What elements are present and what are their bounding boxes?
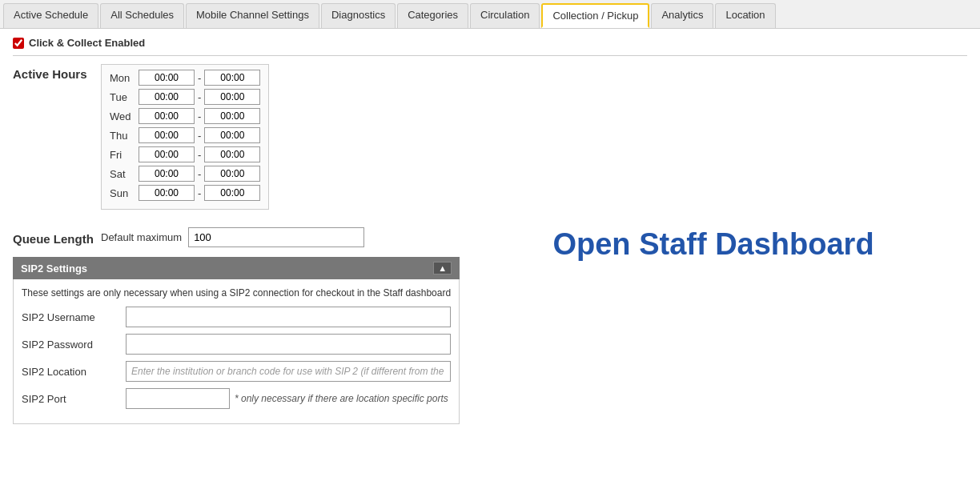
active-hours-title: Active Hours — [13, 64, 101, 81]
hours-box: Mon-Tue-Wed-Thu-Fri-Sat-Sun- — [101, 64, 269, 210]
day-label-sat: Sat — [110, 168, 139, 180]
tab-categories[interactable]: Categories — [397, 3, 468, 28]
time-start-sat[interactable] — [139, 166, 195, 182]
sip2-password-label: SIP2 Password — [22, 339, 126, 351]
queue-value-input[interactable] — [188, 227, 364, 247]
sip2-header: SIP2 Settings ▲ — [13, 257, 460, 279]
tab-circulation[interactable]: Circulation — [470, 3, 540, 28]
time-dash-fri: - — [198, 149, 201, 161]
time-dash-tue: - — [198, 91, 201, 103]
tab-diagnostics[interactable]: Diagnostics — [321, 3, 396, 28]
queue-length-content: Default maximum — [101, 227, 460, 247]
tab-active-schedule[interactable]: Active Schedule — [3, 3, 98, 28]
hours-row-mon: Mon- — [110, 70, 260, 86]
active-hours-section: Active Hours Mon-Tue-Wed-Thu-Fri-Sat-Sun… — [13, 64, 460, 222]
main-layout: Active Hours Mon-Tue-Wed-Thu-Fri-Sat-Sun… — [13, 64, 967, 424]
day-label-mon: Mon — [110, 72, 139, 84]
time-dash-sun: - — [198, 187, 201, 199]
sip2-collapse-icon[interactable]: ▲ — [433, 262, 452, 275]
day-label-wed: Wed — [110, 110, 139, 122]
sip2-location-row: SIP2 Location — [22, 361, 451, 382]
sip2-port-label: SIP2 Port — [22, 393, 126, 405]
sip2-port-row: SIP2 Port * only necessary if there are … — [22, 388, 451, 409]
sip2-username-label: SIP2 Username — [22, 311, 126, 323]
sip2-note: These settings are only necessary when u… — [22, 287, 451, 299]
day-label-tue: Tue — [110, 91, 139, 103]
sip2-location-label: SIP2 Location — [22, 366, 126, 378]
day-label-sun: Sun — [110, 187, 139, 199]
sip2-body: These settings are only necessary when u… — [13, 279, 460, 424]
click-collect-checkbox[interactable] — [13, 38, 24, 49]
queue-length-title: Queue Length — [13, 229, 101, 246]
tab-analytics[interactable]: Analytics — [651, 3, 713, 28]
tab-bar: Active ScheduleAll SchedulesMobile Chann… — [0, 0, 980, 29]
sip2-location-input[interactable] — [126, 361, 451, 382]
sip2-password-row: SIP2 Password — [22, 334, 451, 355]
time-dash-mon: - — [198, 72, 201, 84]
click-collect-label: Click & Collect Enabled — [29, 37, 145, 49]
time-dash-thu: - — [198, 130, 201, 142]
hours-row-tue: Tue- — [110, 89, 260, 105]
time-end-fri[interactable] — [204, 146, 260, 162]
time-start-wed[interactable] — [139, 108, 195, 124]
time-end-wed[interactable] — [204, 108, 260, 124]
queue-inner: Default maximum — [101, 227, 460, 247]
hours-row-thu: Thu- — [110, 127, 260, 143]
dashboard-title: Open Staff Dashboard — [552, 227, 874, 262]
queue-length-section: Queue Length Default maximum — [13, 227, 460, 247]
time-start-fri[interactable] — [139, 146, 195, 162]
tab-mobile-channel-settings[interactable]: Mobile Channel Settings — [186, 3, 319, 28]
right-panel: Open Staff Dashboard — [460, 64, 967, 424]
time-end-mon[interactable] — [204, 70, 260, 86]
hours-row-sat: Sat- — [110, 166, 260, 182]
left-panel: Active Hours Mon-Tue-Wed-Thu-Fri-Sat-Sun… — [13, 64, 460, 424]
time-start-tue[interactable] — [139, 89, 195, 105]
click-collect-row: Click & Collect Enabled — [13, 37, 967, 56]
time-end-sat[interactable] — [204, 166, 260, 182]
day-label-thu: Thu — [110, 130, 139, 142]
time-end-sun[interactable] — [204, 185, 260, 201]
hours-row-sun: Sun- — [110, 185, 260, 201]
time-end-thu[interactable] — [204, 127, 260, 143]
sip2-password-input[interactable] — [126, 334, 451, 355]
sip2-header-title: SIP2 Settings — [21, 263, 87, 275]
time-start-sun[interactable] — [139, 185, 195, 201]
time-start-mon[interactable] — [139, 70, 195, 86]
sip2-username-row: SIP2 Username — [22, 307, 451, 327]
sip2-port-note: * only necessary if there are location s… — [235, 393, 448, 404]
hours-row-wed: Wed- — [110, 108, 260, 124]
time-end-tue[interactable] — [204, 89, 260, 105]
time-dash-wed: - — [198, 110, 201, 122]
tab-location[interactable]: Location — [715, 3, 775, 28]
sip2-port-input[interactable] — [126, 388, 230, 409]
time-dash-sat: - — [198, 168, 201, 180]
sip2-username-input[interactable] — [126, 307, 451, 327]
content-area: Click & Collect Enabled Active Hours Mon… — [0, 29, 980, 432]
tab-all-schedules[interactable]: All Schedules — [100, 3, 184, 28]
day-label-fri: Fri — [110, 149, 139, 161]
time-start-thu[interactable] — [139, 127, 195, 143]
hours-row-fri: Fri- — [110, 146, 260, 162]
sip2-section: SIP2 Settings ▲ These settings are only … — [13, 257, 460, 424]
active-hours-content: Mon-Tue-Wed-Thu-Fri-Sat-Sun- — [101, 64, 460, 222]
tab-collection-pickup[interactable]: Collection / Pickup — [541, 3, 649, 28]
queue-default-label: Default maximum — [101, 231, 182, 243]
